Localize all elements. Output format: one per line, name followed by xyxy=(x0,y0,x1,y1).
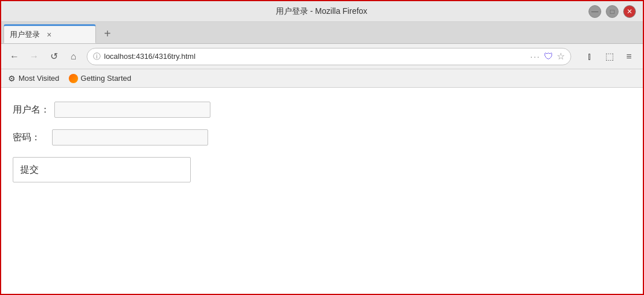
maximize-button[interactable]: □ xyxy=(606,5,619,18)
close-button[interactable]: ✕ xyxy=(623,5,636,18)
page-content: 用户名： 密码： 提交 xyxy=(1,88,643,294)
window-title: 用户登录 - Mozilla Firefox xyxy=(54,6,589,17)
minimize-button[interactable]: — xyxy=(589,5,601,18)
bookmark-most-visited[interactable]: ⚙ Most Visited xyxy=(8,74,60,83)
bookmark-getting-started[interactable]: Getting Started xyxy=(69,74,131,83)
tab-bar: 用户登录 × + xyxy=(1,22,643,44)
gear-icon: ⚙ xyxy=(8,74,16,83)
bookmark-most-visited-label: Most Visited xyxy=(18,74,60,83)
submit-button[interactable]: 提交 xyxy=(13,157,191,182)
window-controls: — □ ✕ xyxy=(589,5,636,18)
hamburger-icon: ≡ xyxy=(626,51,631,62)
shield-icon: 🛡 xyxy=(544,51,553,62)
bookmark-getting-started-label: Getting Started xyxy=(81,74,131,83)
tab-close-button[interactable]: × xyxy=(47,30,51,39)
library-icon: ⫿ xyxy=(587,51,592,62)
menu-button[interactable]: ≡ xyxy=(620,48,638,65)
browser-window: 用户登录 - Mozilla Firefox — □ ✕ 用户登录 × + ← … xyxy=(0,0,644,295)
firefox-icon xyxy=(69,74,78,83)
url-text: localhost:4316/4316try.html xyxy=(104,52,527,61)
home-button[interactable]: ⌂ xyxy=(65,48,82,65)
password-row: 密码： xyxy=(13,129,631,145)
bookmarks-bar: ⚙ Most Visited Getting Started xyxy=(1,69,643,88)
info-icon: ⓘ xyxy=(93,51,101,62)
new-tab-button[interactable]: + xyxy=(101,24,114,43)
password-input[interactable] xyxy=(52,129,208,145)
username-label: 用户名： xyxy=(13,104,50,116)
password-label: 密码： xyxy=(13,132,47,144)
active-tab[interactable]: 用户登录 × xyxy=(3,24,96,43)
address-bar[interactable]: ⓘ localhost:4316/4316try.html ··· 🛡 ☆ xyxy=(87,48,571,65)
login-form: 用户名： 密码： 提交 xyxy=(13,102,631,182)
bookmark-star-icon[interactable]: ☆ xyxy=(557,51,565,62)
reload-button[interactable]: ↺ xyxy=(45,48,62,65)
back-button[interactable]: ← xyxy=(6,48,23,65)
sidebar-icon: ⬚ xyxy=(605,51,614,62)
nav-bar: ← → ↺ ⌂ ⓘ localhost:4316/4316try.html ··… xyxy=(1,44,643,69)
title-bar: 用户登录 - Mozilla Firefox — □ ✕ xyxy=(1,1,643,22)
username-row: 用户名： xyxy=(13,102,631,118)
nav-right-buttons: ⫿ ⬚ ≡ xyxy=(580,48,638,65)
library-button[interactable]: ⫿ xyxy=(580,48,599,65)
username-input[interactable] xyxy=(54,102,210,118)
forward-button[interactable]: → xyxy=(25,48,43,65)
tab-label: 用户登录 xyxy=(10,29,40,40)
sidebar-button[interactable]: ⬚ xyxy=(600,48,619,65)
address-more-icon: ··· xyxy=(530,52,541,61)
